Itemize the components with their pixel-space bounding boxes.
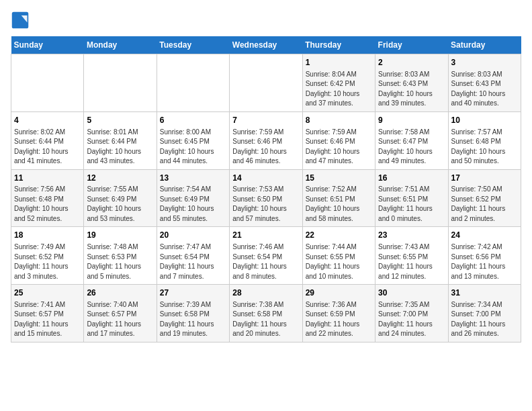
day-number: 1: [306, 57, 372, 68]
calendar-cell: 6Sunrise: 8:00 AM Sunset: 6:45 PM Daylig…: [157, 111, 229, 169]
cell-content: Sunrise: 7:36 AM Sunset: 6:59 PM Dayligh…: [306, 300, 372, 339]
calendar-cell: 18Sunrise: 7:49 AM Sunset: 6:52 PM Dayli…: [11, 227, 84, 285]
cell-content: Sunrise: 8:03 AM Sunset: 6:43 PM Dayligh…: [378, 70, 445, 109]
day-number: 27: [160, 287, 226, 299]
day-header-wednesday: Wednesday: [230, 36, 302, 54]
cell-content: Sunrise: 8:00 AM Sunset: 6:45 PM Dayligh…: [160, 128, 226, 167]
day-number: 29: [306, 287, 372, 299]
calendar-cell: 2Sunrise: 8:03 AM Sunset: 6:43 PM Daylig…: [375, 54, 448, 112]
logo-icon: [11, 11, 30, 30]
day-number: 11: [14, 173, 81, 184]
day-header-tuesday: Tuesday: [157, 36, 229, 54]
cell-content: Sunrise: 7:56 AM Sunset: 6:48 PM Dayligh…: [14, 185, 81, 224]
cell-content: Sunrise: 7:39 AM Sunset: 6:58 PM Dayligh…: [160, 300, 226, 339]
logo: [11, 11, 32, 30]
cell-content: Sunrise: 7:49 AM Sunset: 6:52 PM Dayligh…: [14, 242, 81, 281]
day-number: 26: [87, 287, 153, 299]
cell-content: Sunrise: 7:52 AM Sunset: 6:51 PM Dayligh…: [306, 185, 372, 224]
day-number: 17: [451, 173, 518, 184]
calendar-cell: 8Sunrise: 7:59 AM Sunset: 6:46 PM Daylig…: [302, 111, 375, 169]
day-number: 30: [378, 287, 445, 299]
cell-content: Sunrise: 7:51 AM Sunset: 6:51 PM Dayligh…: [378, 185, 445, 224]
day-number: 20: [160, 230, 226, 241]
day-number: 24: [451, 230, 518, 241]
day-header-saturday: Saturday: [448, 36, 521, 54]
day-number: 21: [232, 230, 299, 241]
day-header-friday: Friday: [375, 36, 448, 54]
cell-content: Sunrise: 8:02 AM Sunset: 6:44 PM Dayligh…: [14, 128, 81, 167]
calendar-cell: [84, 54, 157, 112]
day-number: 18: [14, 230, 81, 241]
cell-content: Sunrise: 7:44 AM Sunset: 6:55 PM Dayligh…: [306, 242, 372, 281]
day-header-monday: Monday: [84, 36, 157, 54]
cell-content: Sunrise: 8:04 AM Sunset: 6:42 PM Dayligh…: [306, 70, 372, 109]
day-header-sunday: Sunday: [11, 36, 84, 54]
day-number: 9: [378, 115, 445, 126]
day-number: 10: [451, 115, 518, 126]
calendar-cell: 20Sunrise: 7:47 AM Sunset: 6:54 PM Dayli…: [157, 227, 229, 285]
calendar-cell: 15Sunrise: 7:52 AM Sunset: 6:51 PM Dayli…: [302, 169, 375, 227]
cell-content: Sunrise: 7:47 AM Sunset: 6:54 PM Dayligh…: [160, 242, 226, 281]
day-number: 22: [306, 230, 372, 241]
cell-content: Sunrise: 7:57 AM Sunset: 6:48 PM Dayligh…: [451, 128, 518, 167]
calendar-cell: 7Sunrise: 7:59 AM Sunset: 6:46 PM Daylig…: [230, 111, 302, 169]
cell-content: Sunrise: 7:41 AM Sunset: 6:57 PM Dayligh…: [14, 300, 81, 339]
cell-content: Sunrise: 7:55 AM Sunset: 6:49 PM Dayligh…: [87, 185, 153, 224]
day-number: 4: [14, 115, 81, 126]
cell-content: Sunrise: 7:42 AM Sunset: 6:56 PM Dayligh…: [451, 242, 518, 281]
calendar-cell: 1Sunrise: 8:04 AM Sunset: 6:42 PM Daylig…: [302, 54, 375, 112]
calendar-cell: 25Sunrise: 7:41 AM Sunset: 6:57 PM Dayli…: [11, 285, 84, 342]
day-number: 12: [87, 173, 153, 184]
day-number: 23: [378, 230, 445, 241]
page-header: [11, 11, 521, 30]
calendar-cell: 22Sunrise: 7:44 AM Sunset: 6:55 PM Dayli…: [302, 227, 375, 285]
calendar-cell: 9Sunrise: 7:58 AM Sunset: 6:47 PM Daylig…: [375, 111, 448, 169]
calendar-cell: 12Sunrise: 7:55 AM Sunset: 6:49 PM Dayli…: [84, 169, 157, 227]
day-number: 3: [451, 57, 518, 68]
calendar-cell: 26Sunrise: 7:40 AM Sunset: 6:57 PM Dayli…: [84, 285, 157, 342]
cell-content: Sunrise: 7:34 AM Sunset: 7:00 PM Dayligh…: [451, 300, 518, 339]
day-number: 7: [232, 115, 299, 126]
calendar-cell: 24Sunrise: 7:42 AM Sunset: 6:56 PM Dayli…: [448, 227, 521, 285]
day-number: 5: [87, 115, 153, 126]
calendar-cell: 16Sunrise: 7:51 AM Sunset: 6:51 PM Dayli…: [375, 169, 448, 227]
day-number: 28: [232, 287, 299, 299]
calendar-cell: 17Sunrise: 7:50 AM Sunset: 6:52 PM Dayli…: [448, 169, 521, 227]
cell-content: Sunrise: 8:03 AM Sunset: 6:43 PM Dayligh…: [451, 70, 518, 109]
calendar-cell: 28Sunrise: 7:38 AM Sunset: 6:58 PM Dayli…: [230, 285, 302, 342]
day-number: 16: [378, 173, 445, 184]
calendar-cell: 10Sunrise: 7:57 AM Sunset: 6:48 PM Dayli…: [448, 111, 521, 169]
calendar-cell: 21Sunrise: 7:46 AM Sunset: 6:54 PM Dayli…: [230, 227, 302, 285]
day-number: 6: [160, 115, 226, 126]
cell-content: Sunrise: 7:40 AM Sunset: 6:57 PM Dayligh…: [87, 300, 153, 339]
cell-content: Sunrise: 7:59 AM Sunset: 6:46 PM Dayligh…: [306, 128, 372, 167]
day-number: 8: [306, 115, 372, 126]
calendar-cell: 29Sunrise: 7:36 AM Sunset: 6:59 PM Dayli…: [302, 285, 375, 342]
calendar-cell: 3Sunrise: 8:03 AM Sunset: 6:43 PM Daylig…: [448, 54, 521, 112]
calendar-cell: 31Sunrise: 7:34 AM Sunset: 7:00 PM Dayli…: [448, 285, 521, 342]
day-number: 15: [306, 173, 372, 184]
cell-content: Sunrise: 7:43 AM Sunset: 6:55 PM Dayligh…: [378, 242, 445, 281]
calendar-cell: 11Sunrise: 7:56 AM Sunset: 6:48 PM Dayli…: [11, 169, 84, 227]
calendar-cell: [11, 54, 84, 112]
cell-content: Sunrise: 7:35 AM Sunset: 7:00 PM Dayligh…: [378, 300, 445, 339]
day-number: 2: [378, 57, 445, 68]
day-number: 25: [14, 287, 81, 299]
calendar-cell: [157, 54, 229, 112]
cell-content: Sunrise: 7:46 AM Sunset: 6:54 PM Dayligh…: [232, 242, 299, 281]
day-header-thursday: Thursday: [302, 36, 375, 54]
day-number: 31: [451, 287, 518, 299]
day-number: 14: [232, 173, 299, 184]
calendar-cell: 27Sunrise: 7:39 AM Sunset: 6:58 PM Dayli…: [157, 285, 229, 342]
cell-content: Sunrise: 7:50 AM Sunset: 6:52 PM Dayligh…: [451, 185, 518, 224]
cell-content: Sunrise: 7:53 AM Sunset: 6:50 PM Dayligh…: [232, 185, 299, 224]
calendar-cell: 5Sunrise: 8:01 AM Sunset: 6:44 PM Daylig…: [84, 111, 157, 169]
calendar-cell: [230, 54, 302, 112]
cell-content: Sunrise: 7:58 AM Sunset: 6:47 PM Dayligh…: [378, 128, 445, 167]
cell-content: Sunrise: 7:59 AM Sunset: 6:46 PM Dayligh…: [232, 128, 299, 167]
day-number: 13: [160, 173, 226, 184]
cell-content: Sunrise: 8:01 AM Sunset: 6:44 PM Dayligh…: [87, 128, 153, 167]
calendar-cell: 19Sunrise: 7:48 AM Sunset: 6:53 PM Dayli…: [84, 227, 157, 285]
cell-content: Sunrise: 7:38 AM Sunset: 6:58 PM Dayligh…: [232, 300, 299, 339]
calendar-cell: 14Sunrise: 7:53 AM Sunset: 6:50 PM Dayli…: [230, 169, 302, 227]
